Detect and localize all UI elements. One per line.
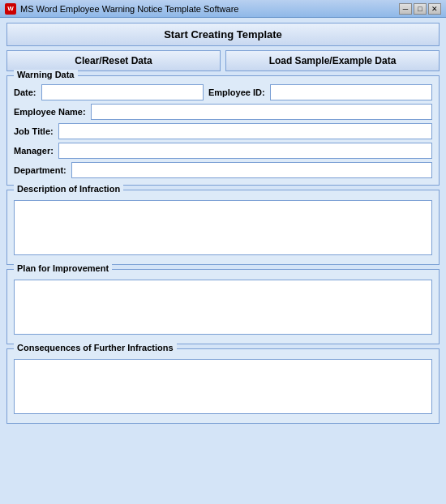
- date-input[interactable]: [41, 84, 204, 100]
- minimize-button[interactable]: ─: [399, 3, 412, 15]
- date-label: Date:: [14, 88, 36, 97]
- improvement-legend: Plan for Improvement: [14, 263, 112, 273]
- improvement-textarea-container: [14, 280, 432, 337]
- infraction-legend: Description of Infraction: [14, 184, 123, 194]
- job-title-input[interactable]: [58, 123, 432, 139]
- manager-label: Manager:: [14, 146, 54, 156]
- employee-id-label: Employee ID:: [208, 88, 265, 97]
- department-row: Department:: [14, 162, 432, 178]
- infraction-textarea-container: [14, 200, 432, 258]
- app-icon: W: [5, 3, 16, 15]
- department-input[interactable]: [71, 162, 432, 178]
- consequences-section: Consequences of Further Infractions: [6, 348, 440, 424]
- job-title-label: Job Title:: [14, 126, 54, 136]
- title-bar-left: W MS Word Employee Warning Notice Templa…: [5, 3, 238, 15]
- consequences-textarea-container: [14, 359, 432, 416]
- title-bar-text: MS Word Employee Warning Notice Template…: [20, 4, 238, 14]
- warning-data-grid: Date: Employee ID: Employee Name: Job Ti…: [14, 84, 432, 178]
- employee-id-input[interactable]: [270, 84, 432, 100]
- main-container: Start Creating Template Clear/Reset Data…: [0, 18, 446, 504]
- department-label: Department:: [14, 165, 66, 175]
- title-bar: W MS Word Employee Warning Notice Templa…: [0, 0, 446, 18]
- infraction-section: Description of Infraction: [6, 190, 440, 265]
- consequences-legend: Consequences of Further Infractions: [14, 343, 177, 352]
- close-button[interactable]: ✕: [428, 3, 441, 15]
- title-bar-buttons: ─ □ ✕: [399, 3, 441, 15]
- employee-name-label: Employee Name:: [14, 107, 86, 117]
- action-buttons: Clear/Reset Data Load Sample/Example Dat…: [6, 50, 440, 71]
- improvement-section: Plan for Improvement: [6, 269, 440, 344]
- load-sample-button[interactable]: Load Sample/Example Data: [225, 50, 440, 71]
- employee-name-row: Employee Name:: [14, 104, 432, 120]
- employee-name-input[interactable]: [91, 104, 432, 120]
- improvement-textarea[interactable]: [14, 280, 432, 335]
- consequences-textarea[interactable]: [14, 359, 432, 414]
- job-title-row: Job Title:: [14, 123, 432, 139]
- manager-input[interactable]: [58, 143, 432, 159]
- infraction-textarea[interactable]: [14, 200, 432, 255]
- manager-row: Manager:: [14, 143, 432, 159]
- clear-reset-button[interactable]: Clear/Reset Data: [6, 50, 221, 71]
- warning-data-section: Warning Data Date: Employee ID: Employee…: [6, 75, 440, 186]
- warning-data-legend: Warning Data: [14, 70, 78, 79]
- restore-button[interactable]: □: [414, 3, 427, 15]
- start-creating-button[interactable]: Start Creating Template: [6, 23, 440, 46]
